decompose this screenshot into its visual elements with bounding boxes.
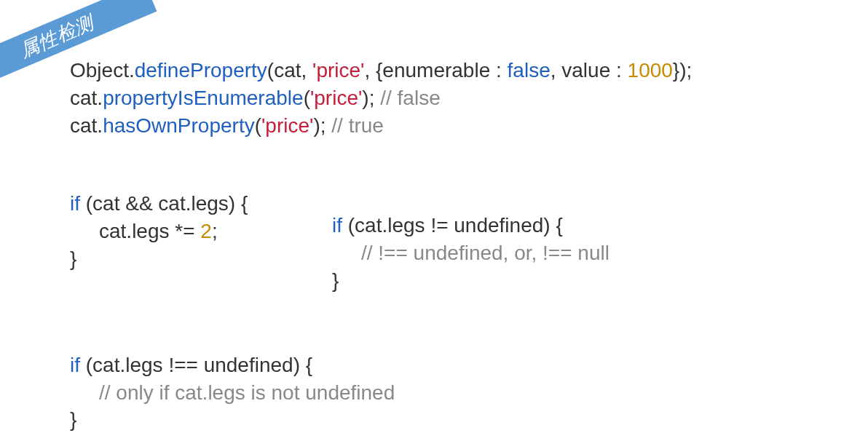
code-token: cat. (70, 114, 103, 137)
left-code-block: if (cat && cat.legs) { cat.legs *= 2; } (70, 190, 332, 294)
code-token: } (70, 408, 76, 431)
code-token: ; (212, 220, 218, 242)
code-token: (cat, (267, 59, 312, 82)
code-line: } (70, 406, 868, 433)
code-token: // true (331, 114, 384, 137)
code-token: (cat.legs != undefined) { (342, 214, 563, 237)
code-token: (cat && cat.legs) { (80, 192, 248, 215)
code-token: (cat.legs !== undefined) { (80, 354, 312, 376)
bottom-code-block: if (cat.legs !== undefined) { // only if… (70, 351, 868, 433)
code-line: // !== undefined, or, !== null (332, 239, 609, 267)
code-token: defineProperty (135, 59, 267, 82)
code-token: 'price' (261, 114, 313, 137)
code-token: ); (313, 114, 331, 137)
code-token: false (508, 59, 551, 82)
code-line: if (cat && cat.legs) { (70, 190, 332, 218)
code-line: if (cat.legs != undefined) { (332, 212, 609, 239)
code-token: // !== undefined, or, !== null (361, 242, 609, 264)
code-token: 1000 (628, 59, 673, 82)
code-token: // false (380, 87, 440, 109)
code-token: , {enumerable : (364, 59, 507, 82)
code-line-1: Object.defineProperty(cat, 'price', {enu… (70, 57, 868, 84)
code-token: if (332, 214, 342, 237)
code-line: cat.legs *= 2; (70, 218, 332, 245)
code-token: }); (673, 59, 692, 82)
code-token: ( (304, 87, 310, 109)
code-token: if (70, 192, 80, 215)
code-token: hasOwnProperty (103, 114, 255, 137)
code-line: // only if cat.legs is not undefined (70, 379, 868, 407)
code-token: ); (362, 87, 380, 109)
code-token: , value : (551, 59, 628, 82)
right-code-block: if (cat.legs != undefined) { // !== unde… (332, 190, 609, 294)
code-line: } (332, 267, 609, 295)
code-line-3: cat.hasOwnProperty('price'); // true (70, 112, 868, 140)
code-token: } (70, 247, 76, 270)
code-token: Object. (70, 59, 135, 82)
code-line: } (70, 245, 332, 273)
code-line-2: cat.propertyIsEnumerable('price'); // fa… (70, 84, 868, 112)
code-line: if (cat.legs !== undefined) { (70, 351, 868, 379)
code-token: 'price' (310, 87, 362, 109)
two-column-block: if (cat && cat.legs) { cat.legs *= 2; } … (70, 190, 868, 294)
code-token: propertyIsEnumerable (103, 87, 303, 109)
code-token: 2 (200, 220, 212, 242)
code-content: Object.defineProperty(cat, 'price', {enu… (0, 0, 868, 433)
code-token: // only if cat.legs is not undefined (99, 381, 395, 404)
code-token: cat.legs *= (99, 220, 200, 242)
code-token: } (332, 269, 339, 292)
code-token: if (70, 354, 80, 376)
code-token: 'price' (312, 59, 364, 82)
code-token: cat. (70, 87, 103, 109)
code-token: ( (255, 114, 261, 137)
